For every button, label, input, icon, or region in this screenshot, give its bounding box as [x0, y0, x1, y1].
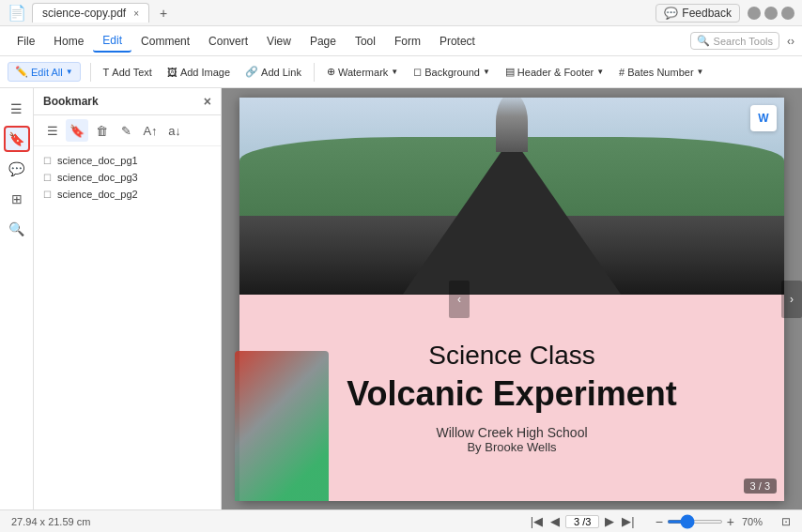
background-label: Background [424, 67, 480, 78]
prev-page-button[interactable]: ◀ [548, 514, 562, 528]
pdf-title1: Science Class [428, 341, 594, 371]
bookmark-item-label-3: science_doc_pg2 [57, 189, 138, 200]
bookmark-item-label-1: science_doc_pg1 [57, 155, 138, 166]
navigation-controls: |◀ ◀ ▶ ▶| [529, 514, 637, 528]
menu-file[interactable]: File [8, 31, 44, 52]
menu-tool[interactable]: Tool [346, 31, 385, 52]
pdf-title2: Volcanic Experiment [347, 374, 676, 414]
bookmark-title: Bookmark [43, 95, 99, 108]
last-page-button[interactable]: ▶| [620, 514, 636, 528]
watermark-badge: W [750, 105, 777, 131]
bm-rename-button[interactable]: ✎ [115, 119, 137, 142]
window-controls [748, 7, 794, 20]
minimize-button[interactable] [748, 7, 761, 20]
toolbar-separator-1 [90, 63, 91, 82]
menu-form[interactable]: Form [385, 31, 430, 52]
close-tab-button[interactable]: × [133, 8, 139, 19]
page-number-badge: 3 / 3 [744, 479, 777, 494]
add-link-icon: 🔗 [245, 66, 258, 78]
volcano-image: W [239, 98, 784, 295]
first-page-button[interactable]: |◀ [529, 514, 545, 528]
edit-all-button[interactable]: ✏️ Edit All ▼ [8, 62, 81, 82]
page-dimensions: 27.94 x 21.59 cm [11, 516, 90, 527]
volcano-illustration [235, 351, 329, 501]
bates-icon: # [619, 67, 625, 78]
bookmark-panel: Bookmark × ☰ 🔖 🗑 ✎ A↑ a↓ ☐ science_doc_p… [34, 88, 222, 509]
search-placeholder: Search Tools [714, 36, 773, 47]
bm-delete-button[interactable]: 🗑 [90, 119, 113, 142]
menu-page[interactable]: Page [301, 31, 346, 52]
bates-arrow: ▼ [697, 68, 704, 76]
bates-number-button[interactable]: # Bates Number ▼ [612, 64, 710, 81]
zoom-out-button[interactable]: − [655, 514, 663, 529]
status-bar: 27.94 x 21.59 cm |◀ ◀ ▶ ▶| − + 70% ⊡ [0, 509, 802, 532]
watermark-button[interactable]: ⊕ Watermark ▼ [320, 63, 405, 81]
watermark-icon: ⊕ [327, 66, 335, 78]
add-text-label: Add Text [112, 67, 152, 78]
bookmark-item-1[interactable]: ☐ science_doc_pg1 [38, 152, 217, 169]
zoom-slider[interactable] [667, 520, 723, 524]
add-image-button[interactable]: 🖼 Add Image [161, 64, 237, 81]
feedback-button[interactable]: 💬 Feedback [655, 4, 740, 23]
bookmark-toolbar: ☰ 🔖 🗑 ✎ A↑ a↓ [34, 115, 221, 146]
sidebar-icon-comment[interactable]: 💬 [4, 156, 30, 182]
menu-home[interactable]: Home [44, 31, 93, 52]
active-tab[interactable]: science-copy.pdf × [32, 3, 149, 23]
menu-protect[interactable]: Protect [430, 31, 485, 52]
new-tab-button[interactable]: + [153, 3, 174, 23]
maximize-button[interactable] [764, 7, 778, 20]
bookmark-header: Bookmark × [34, 88, 221, 115]
zoom-level-display: 70% [742, 516, 772, 527]
background-arrow: ▼ [483, 68, 490, 76]
page-input[interactable] [565, 515, 599, 528]
menu-edit[interactable]: Edit [93, 30, 131, 53]
bookmark-item-icon-3: ☐ [43, 190, 52, 200]
sidebar-icon-search[interactable]: 🔍 [4, 216, 30, 242]
bm-add-button[interactable]: 🔖 [66, 119, 88, 142]
bm-uppercase-button[interactable]: A↑ [139, 119, 162, 142]
expand-right-button[interactable]: › [781, 281, 802, 318]
background-button[interactable]: ◻ Background ▼ [407, 63, 497, 81]
tab-title: science-copy.pdf [42, 7, 126, 20]
next-page-button[interactable]: ▶ [603, 514, 616, 528]
close-window-button[interactable] [781, 7, 794, 20]
sidebar-icons: ☰ 🔖 💬 ⊞ 🔍 [0, 88, 34, 509]
bm-menu-button[interactable]: ☰ [41, 119, 64, 142]
menu-bar: File Home Edit Comment Convert View Page… [0, 26, 802, 56]
menu-comment[interactable]: Comment [131, 31, 199, 52]
header-footer-label: Header & Footer [517, 67, 594, 78]
fit-page-button[interactable]: ⊡ [781, 515, 791, 528]
header-footer-icon: ▤ [505, 66, 515, 78]
feedback-label: Feedback [682, 7, 732, 20]
bookmark-item-2[interactable]: ☐ science_doc_pg3 [38, 169, 217, 186]
bookmark-item-icon-1: ☐ [43, 156, 52, 166]
sidebar-icon-hamburger[interactable]: ☰ [4, 96, 30, 122]
watermark-arrow: ▼ [391, 68, 398, 76]
toolbar-separator-2 [314, 63, 315, 82]
collapse-panel-button[interactable]: ‹ [449, 281, 470, 318]
add-link-button[interactable]: 🔗 Add Link [239, 63, 308, 81]
edit-all-label: Edit All [31, 67, 63, 78]
add-image-icon: 🖼 [167, 67, 177, 78]
add-text-button[interactable]: T Add Text [97, 64, 159, 81]
sidebar-icon-pages[interactable]: ⊞ [4, 186, 30, 212]
pdf-content: Science Class Volcanic Experiment Willow… [239, 295, 784, 501]
title-bar: 📄 science-copy.pdf × + 💬 Feedback [0, 0, 802, 26]
menu-convert[interactable]: Convert [199, 31, 257, 52]
main-content: ☰ 🔖 💬 ⊞ 🔍 Bookmark × ☰ 🔖 🗑 ✎ A↑ a↓ ☐ sci… [0, 88, 802, 509]
bm-lowercase-button[interactable]: a↓ [163, 119, 186, 142]
zoom-in-button[interactable]: + [727, 514, 734, 529]
bookmark-item-3[interactable]: ☐ science_doc_pg2 [38, 186, 217, 203]
menu-view[interactable]: View [257, 31, 301, 52]
search-icon: 🔍 [697, 35, 710, 47]
header-footer-button[interactable]: ▤ Header & Footer ▼ [499, 63, 610, 81]
add-text-icon: T [103, 67, 110, 78]
nav-forward-icon[interactable]: › [791, 35, 794, 48]
bookmark-close-button[interactable]: × [204, 94, 211, 109]
pdf-school: Willow Creek High School [436, 425, 587, 440]
sidebar-icon-bookmark[interactable]: 🔖 [4, 126, 30, 152]
add-link-label: Add Link [261, 67, 301, 78]
search-tools-box[interactable]: 🔍 Search Tools [690, 32, 779, 50]
background-icon: ◻ [413, 66, 422, 78]
zoom-controls: − + 70% ⊡ [655, 514, 791, 529]
